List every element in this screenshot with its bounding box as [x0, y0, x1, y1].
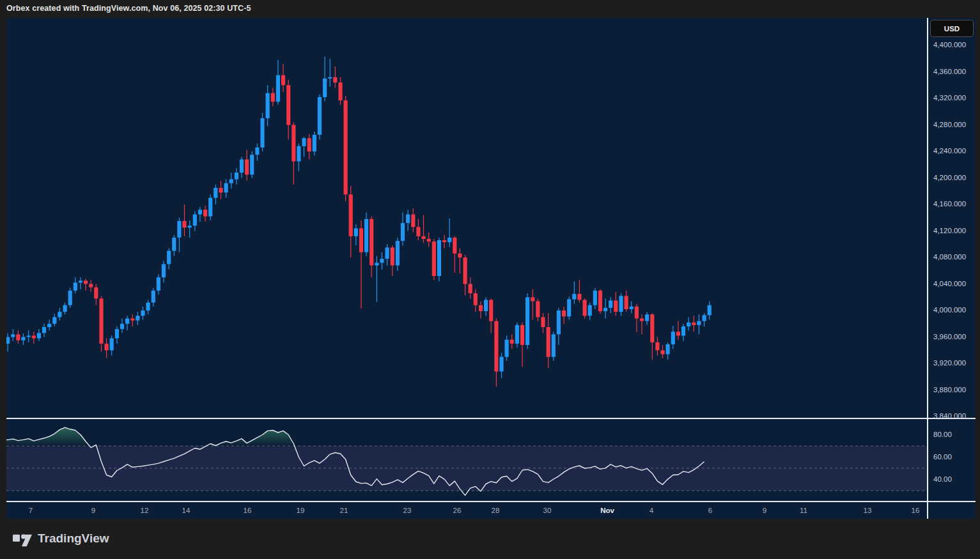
candle: [245, 150, 249, 181]
rsi-indicator-pane[interactable]: [6, 419, 927, 502]
candle: [240, 157, 244, 178]
candle: [313, 132, 316, 155]
time-tick-label: 9: [763, 507, 766, 514]
candle: [577, 280, 581, 302]
price-tick-label: 3,920.000: [933, 359, 966, 367]
candle: [635, 304, 639, 333]
candle: [437, 238, 441, 282]
price-tick-label: 4,240.000: [933, 147, 966, 155]
time-tick-label: 19: [297, 507, 305, 514]
candle: [671, 326, 675, 349]
price-tick-label: 4,200.000: [933, 174, 966, 181]
candle: [172, 235, 176, 256]
time-tick-label: 7: [29, 507, 33, 514]
candle: [640, 314, 644, 334]
price-axis-separator[interactable]: [927, 18, 928, 519]
candle: [74, 277, 77, 293]
time-tick-label: 30: [543, 507, 552, 514]
candle: [598, 289, 602, 314]
candle: [276, 60, 280, 105]
candle: [162, 261, 166, 282]
candle: [250, 151, 254, 178]
candle: [63, 303, 67, 315]
candle: [286, 80, 290, 139]
candle: [125, 316, 129, 330]
candle: [557, 308, 561, 345]
time-axis[interactable]: 79121416192123262830Nov469111316: [6, 502, 976, 519]
price-tick-label: 4,040.000: [933, 280, 966, 287]
candle: [157, 274, 160, 295]
axis-divider: [6, 501, 976, 502]
candle: [645, 312, 649, 325]
candle: [68, 288, 72, 308]
candle: [515, 323, 519, 348]
tradingview-logo[interactable]: TradingView: [13, 530, 109, 547]
time-tick-label: 26: [453, 507, 462, 514]
candle: [458, 249, 462, 273]
candle: [489, 298, 493, 333]
candle: [567, 296, 571, 319]
attribution-text: Orbex created with TradingView.com, Nov …: [6, 4, 251, 13]
candle: [609, 297, 612, 313]
price-tick-label: 4,320.000: [933, 94, 966, 102]
candle: [666, 342, 670, 360]
candle: [359, 220, 363, 309]
candle: [115, 326, 119, 344]
price-tick-label: 4,120.000: [933, 227, 966, 234]
candle: [167, 249, 171, 270]
candle: [650, 313, 654, 360]
candle: [110, 335, 114, 355]
candle: [614, 292, 618, 316]
tradingview-brand-text: TradingView: [38, 532, 109, 546]
price-tick-label: 4,080.000: [933, 253, 966, 261]
time-tick-label: 14: [182, 507, 191, 514]
candle: [531, 289, 534, 320]
candle: [21, 333, 25, 345]
candle: [42, 324, 46, 337]
candle: [338, 77, 342, 105]
candle: [484, 297, 488, 316]
rsi-canvas[interactable]: [6, 419, 927, 502]
pane-divider[interactable]: [6, 418, 976, 419]
candle: [84, 279, 88, 291]
candle: [655, 337, 659, 356]
tradingview-logo-icon: [13, 530, 32, 547]
candle: [27, 330, 31, 342]
candle: [401, 213, 405, 246]
candle: [625, 291, 628, 312]
candlestick-canvas[interactable]: [6, 18, 927, 419]
candle: [177, 218, 181, 252]
candle: [94, 284, 98, 305]
rsi-tick-label: 40.00: [933, 475, 952, 483]
footer-bar: [0, 519, 980, 559]
candle: [47, 320, 51, 331]
candle: [281, 64, 285, 92]
candle: [411, 208, 415, 232]
time-tick-label: 9: [91, 507, 95, 514]
time-tick-label: 6: [708, 507, 712, 514]
candle: [572, 281, 576, 303]
rsi-overbought-area: [6, 427, 704, 446]
candle: [463, 255, 467, 295]
candle: [525, 293, 529, 349]
candle: [660, 345, 664, 358]
candle: [681, 324, 685, 341]
price-chart-pane[interactable]: [6, 18, 927, 419]
time-tick-label: 23: [403, 507, 412, 514]
candle: [146, 300, 150, 314]
candle: [6, 333, 10, 351]
candle: [447, 218, 451, 247]
candle: [37, 329, 41, 341]
candle: [697, 314, 701, 334]
candle: [193, 211, 197, 231]
candle: [307, 134, 311, 159]
candle: [432, 239, 436, 280]
currency-button[interactable]: USD: [930, 20, 974, 37]
candle: [224, 180, 228, 198]
candle: [99, 296, 103, 351]
candle: [494, 319, 498, 387]
time-tick-label: Nov: [600, 507, 614, 514]
candle: [442, 235, 446, 249]
candle: [203, 206, 207, 222]
candle: [188, 220, 192, 238]
